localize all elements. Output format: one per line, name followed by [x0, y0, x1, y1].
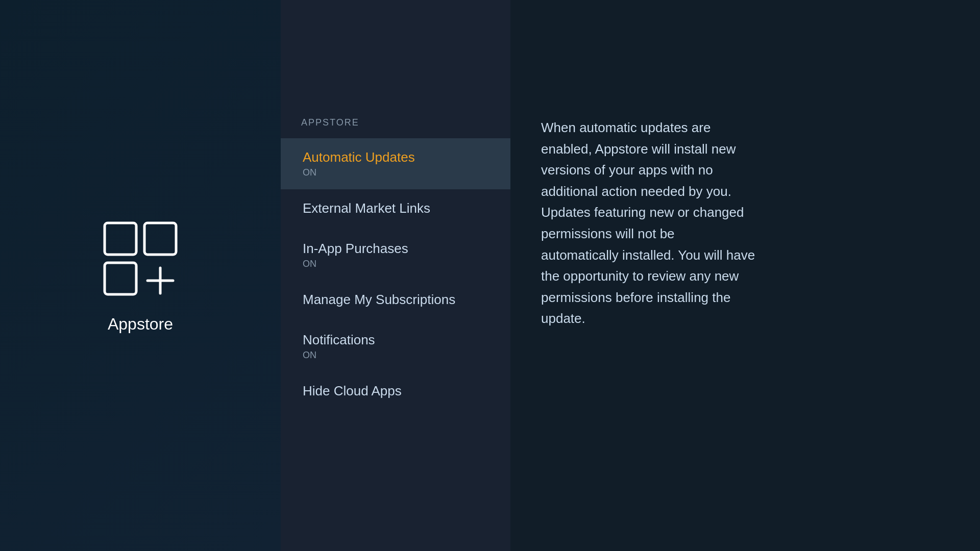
svg-rect-2: [105, 263, 136, 294]
menu-item-subtitle-in-app-purchases: ON: [303, 259, 490, 269]
menu-item-notifications[interactable]: NotificationsON: [281, 321, 510, 372]
menu-item-title-in-app-purchases: In-App Purchases: [303, 241, 490, 257]
menu-item-title-automatic-updates: Automatic Updates: [303, 149, 490, 165]
menu-item-manage-subscriptions[interactable]: Manage My Subscriptions: [281, 281, 510, 321]
svg-rect-1: [144, 223, 176, 255]
menu-item-title-manage-subscriptions: Manage My Subscriptions: [303, 292, 490, 308]
menu-container: Automatic UpdatesONExternal Market Links…: [281, 138, 510, 412]
left-panel: Appstore: [0, 0, 281, 551]
svg-rect-0: [105, 223, 136, 255]
right-panel: When automatic updates are enabled, Apps…: [510, 0, 980, 551]
menu-item-subtitle-automatic-updates: ON: [303, 167, 490, 178]
menu-item-title-external-market-links: External Market Links: [303, 201, 490, 216]
menu-item-subtitle-notifications: ON: [303, 350, 490, 361]
app-label: Appstore: [108, 315, 173, 334]
menu-item-title-notifications: Notifications: [303, 332, 490, 348]
section-label: APPSTORE: [281, 117, 510, 138]
middle-panel: APPSTORE Automatic UpdatesONExternal Mar…: [281, 0, 510, 551]
menu-item-external-market-links[interactable]: External Market Links: [281, 189, 510, 230]
description-text: When automatic updates are enabled, Apps…: [541, 117, 755, 330]
menu-item-hide-cloud-apps[interactable]: Hide Cloud Apps: [281, 372, 510, 412]
menu-item-in-app-purchases[interactable]: In-App PurchasesON: [281, 230, 510, 281]
menu-item-automatic-updates[interactable]: Automatic UpdatesON: [281, 138, 510, 189]
appstore-icon: [100, 218, 181, 299]
menu-item-title-hide-cloud-apps: Hide Cloud Apps: [303, 383, 490, 399]
